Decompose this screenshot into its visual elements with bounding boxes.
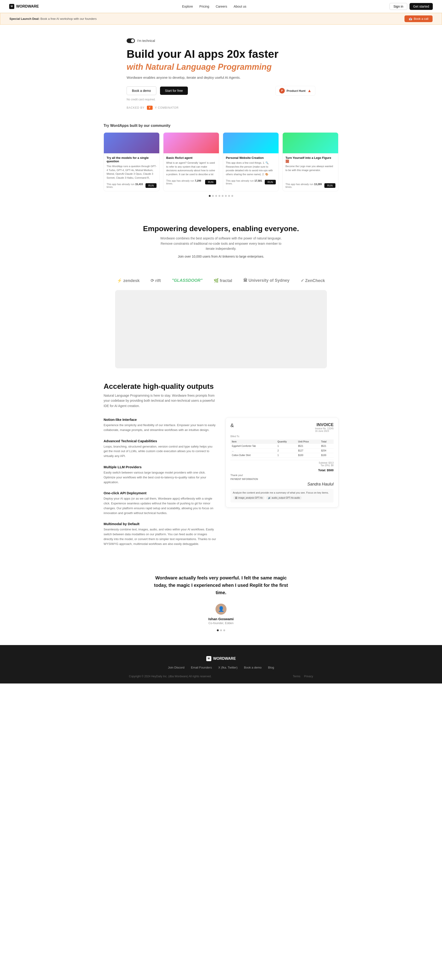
no-credit-note: No credit card required. <box>127 97 315 101</box>
app-card-3-run-button[interactable]: RUN <box>265 180 276 185</box>
testimonial-avatar: 👤 <box>215 604 227 615</box>
dot-4[interactable] <box>218 195 220 197</box>
nav-logo[interactable]: W WORDWARE <box>9 4 39 9</box>
logo-zencheck: ✓ ZenCheck <box>300 278 325 283</box>
testimonial-name: Ishan Goswami <box>149 617 293 621</box>
app-card-2-title: Basic ReAct agent <box>166 156 216 159</box>
hero-section: I'm technical Build your AI apps 20x fas… <box>118 38 324 110</box>
app-card-1-runs: This app has already run 15,433 times. <box>107 183 145 188</box>
ai-chip-image: 🖼 image_analysis GPT-4o <box>233 496 264 500</box>
app-card-1-image <box>104 133 159 153</box>
invoice-col-item: Item <box>231 439 276 444</box>
app-card-2-runs: This app has already run 7,299 times. <box>166 179 205 185</box>
app-card-4: Turn Yourself into a Lego Figure 🧱 Becom… <box>283 132 339 191</box>
invoice-thank-you: Thank you! <box>231 474 334 477</box>
footer-logo-text: WORDWARE <box>213 657 236 661</box>
footer-link-demo[interactable]: Book a demo <box>244 666 262 669</box>
join-text: Join over 10,000 users from AI tinkerers… <box>157 254 285 259</box>
app-card-4-body: Turn Yourself into a Lego Figure 🧱 Becom… <box>283 153 338 191</box>
dot-3[interactable] <box>215 195 217 197</box>
ai-prompt-text: Analyze the content and provide me a sum… <box>233 491 331 494</box>
footer-link-blog[interactable]: Blog <box>268 666 274 669</box>
testimonial-dot-1[interactable] <box>217 629 219 631</box>
footer-links: Join Discord Email Founders X (fka. Twit… <box>9 666 433 669</box>
app-card-2-body: Basic ReAct agent What is an agent? Gene… <box>164 153 219 188</box>
footer-link-email[interactable]: Email Founders <box>191 666 212 669</box>
audio-icon: 🔊 <box>268 496 271 499</box>
invoice-title: INVOICE <box>315 422 334 427</box>
app-card-4-image <box>283 133 338 153</box>
getstarted-button[interactable]: Get started <box>410 3 433 10</box>
app-card-3-footer: This app has already run 17,581 times. R… <box>226 179 276 185</box>
promo-banner: Special Launch Deal: Book a free AI work… <box>0 13 442 25</box>
video-section <box>106 290 336 368</box>
invoice-row-1: Eggshell Comforter Tab 1 $521 $521 <box>231 444 334 449</box>
invoice-row-2: ... 2 $127 $254 <box>231 448 334 453</box>
start-free-button[interactable]: Start for free <box>160 87 188 95</box>
footer-link-discord[interactable]: Join Discord <box>168 666 184 669</box>
signin-button[interactable]: Sign in <box>390 3 407 10</box>
footer-legal-links: Terms Privacy <box>293 675 313 678</box>
app-card-3-body: Personal Website Creation This app does … <box>223 153 278 188</box>
invoice-preview-wrapper: & INVOICE Invoice No. 13245 16 June 2023… <box>226 418 339 508</box>
community-section: Try WordApps built by our community Try … <box>94 124 348 197</box>
dot-6[interactable] <box>225 195 227 197</box>
features-layout: Notion-like Interface Experience the sim… <box>103 418 339 547</box>
nav-careers[interactable]: Careers <box>216 5 227 8</box>
wordware-logo-icon: W <box>9 4 14 9</box>
feature-notion: Notion-like Interface Experience the sim… <box>103 418 216 433</box>
nav-pricing[interactable]: Pricing <box>199 5 209 8</box>
billed-to: Billed To: <box>231 435 334 438</box>
dot-7[interactable] <box>228 195 230 197</box>
app-card-3-image <box>223 133 278 153</box>
invoice-table: Item Quantity Unit Price Total Eggshell … <box>231 439 334 458</box>
footer-link-twitter[interactable]: X (fka. Twitter) <box>218 666 238 669</box>
nav-explore[interactable]: Explore <box>182 5 193 8</box>
dot-8[interactable] <box>231 195 233 197</box>
book-call-button[interactable]: 📅 Book a call <box>404 16 432 22</box>
invoice-col-qty: Quantity <box>276 439 297 444</box>
app-card-2-run-button[interactable]: RUN <box>205 180 216 185</box>
dot-1[interactable] <box>209 195 211 197</box>
video-placeholder[interactable] <box>115 290 327 368</box>
technical-toggle[interactable] <box>127 38 135 43</box>
footer-terms-link[interactable]: Terms <box>293 675 300 678</box>
footer: W WORDWARE Join Discord Email Founders X… <box>0 645 442 684</box>
app-card-1-run-button[interactable]: RUN <box>145 183 157 188</box>
ai-query-section: Analyze the content and provide me a sum… <box>231 489 334 503</box>
technical-toggle-row: I'm technical <box>127 38 315 43</box>
app-card-2: Basic ReAct agent What is an agent? Gene… <box>163 132 219 191</box>
feature-multimodal-title: Multimodal by Default <box>103 522 216 526</box>
carousel-dots <box>103 195 339 197</box>
testimonial-dot-2[interactable] <box>220 629 222 631</box>
testimonial-section: Wordware actually feels very powerful. I… <box>140 560 302 645</box>
hero-subheading: with Natural Language Programming <box>127 62 315 72</box>
feature-notion-title: Notion-like Interface <box>103 418 216 422</box>
yc-label: Y Combinator <box>155 106 179 109</box>
product-hunt-badge[interactable]: P Product Hunt ▲ <box>275 86 315 95</box>
accelerate-heading: Accelerate high-quality outputs <box>103 382 339 391</box>
nav-about[interactable]: About us <box>234 5 246 8</box>
empowering-description: Wordware combines the best aspects of so… <box>157 236 285 251</box>
testimonial-dots <box>149 629 293 631</box>
app-card-3-title: Personal Website Creation <box>226 156 276 159</box>
app-card-3: Personal Website Creation This app does … <box>223 132 279 191</box>
footer-privacy-link[interactable]: Privacy <box>304 675 313 678</box>
feature-technical: Advanced Technical Capabilities Loops, b… <box>103 439 216 458</box>
empowering-section: Empowering developers, enabling everyone… <box>0 211 442 271</box>
footer-logo: W WORDWARE <box>9 656 433 661</box>
payment-info-label: PAYMENT INFORMATION <box>231 478 334 480</box>
app-card-4-run-button[interactable]: RUN <box>324 183 335 188</box>
toggle-label: I'm technical <box>137 39 155 43</box>
testimonial-dot-3[interactable] <box>223 629 225 631</box>
app-card-1-footer: This app has already run 15,433 times. R… <box>107 183 157 188</box>
dot-5[interactable] <box>222 195 224 197</box>
feature-multimodal-desc: Seamlessly combine text, images, audio, … <box>103 527 216 546</box>
app-card-4-footer: This app has already run 13,289 times. R… <box>285 183 335 188</box>
dot-2[interactable] <box>212 195 214 197</box>
feature-llm-desc: Easily switch between various large lang… <box>103 470 216 485</box>
ai-chips: 🖼 image_analysis GPT-4o 🔊 audio_output G… <box>233 495 331 500</box>
book-call-label: Book a call <box>414 17 428 21</box>
book-demo-button[interactable]: Book a demo <box>127 86 156 95</box>
footer-logo-icon: W <box>206 656 211 661</box>
